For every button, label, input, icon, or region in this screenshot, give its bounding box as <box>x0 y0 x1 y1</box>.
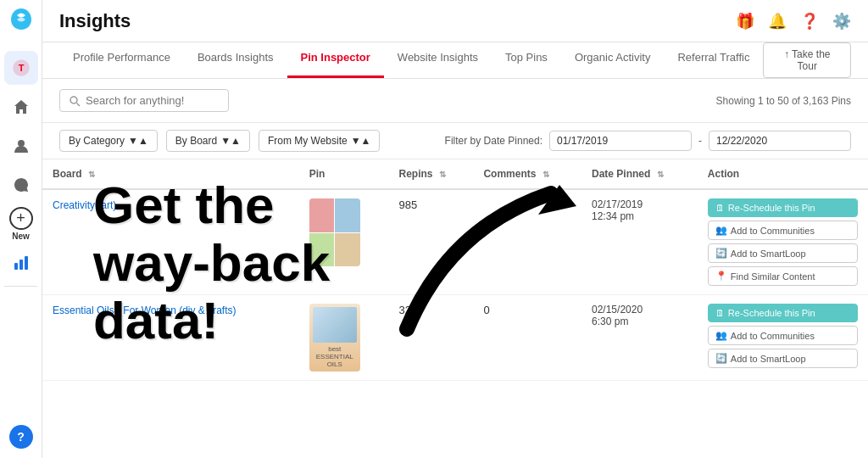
col-header-repins: Repins ⇅ <box>389 159 474 189</box>
category-sort-icon: ▼▲ <box>128 135 148 147</box>
svg-point-6 <box>70 97 77 103</box>
page-header: Insights 🎁 🔔 ❓ ⚙️ <box>42 0 868 42</box>
date-sort-icon[interactable]: ⇅ <box>657 170 664 179</box>
gift-icon[interactable]: 🎁 <box>736 12 754 31</box>
date-filter-area: Filter by Date Pinned: - <box>445 131 851 151</box>
svg-text:T: T <box>18 63 24 73</box>
row2-repins-cell: 322 <box>389 295 474 381</box>
row2-communities-button[interactable]: 👥 Add to Communities <box>708 326 858 345</box>
row2-board-cell: Essential Oils - For Women (diy & crafts… <box>42 295 299 381</box>
tab-boards-insights[interactable]: Boards Insights <box>184 42 287 78</box>
tab-pin-inspector[interactable]: Pin Inspector <box>287 42 384 78</box>
table-row: Essential Oils - For Women (diy & crafts… <box>42 295 868 381</box>
board-sort-icon[interactable]: ⇅ <box>88 170 95 179</box>
settings-icon[interactable]: ⚙️ <box>832 12 851 31</box>
date-separator: - <box>698 135 702 147</box>
date-to-input[interactable] <box>709 131 851 151</box>
tab-profile-performance[interactable]: Profile Performance <box>59 42 184 78</box>
take-tour-button[interactable]: ↑ Take the Tour <box>763 42 851 78</box>
pin-cell-2 <box>335 198 360 232</box>
row2-pin-cell: bestESSENTIALOILS <box>299 295 389 381</box>
svg-rect-5 <box>25 256 28 270</box>
row1-action-cell: 🗓 Re-Schedule this Pin 👥 Add to Communit… <box>698 189 868 295</box>
tab-website-insights[interactable]: Website Insights <box>384 42 492 78</box>
pin-cell-4 <box>335 233 360 267</box>
reschedule-icon: 🗓 <box>715 308 725 318</box>
comments-sort-icon[interactable]: ⇅ <box>542 170 549 179</box>
sidebar-item-insights[interactable] <box>4 246 38 280</box>
repins-sort-icon[interactable]: ⇅ <box>439 170 446 179</box>
header-action-icons: 🎁 🔔 ❓ ⚙️ <box>736 12 851 31</box>
col-header-board: Board ⇅ <box>42 159 299 189</box>
table-row: Creativity (art) 985 02/17/201912:34 pm <box>42 189 868 295</box>
help-icon[interactable]: ❓ <box>800 12 819 31</box>
sidebar-item-tailwind[interactable]: T <box>4 51 38 85</box>
pin-cell-3 <box>309 233 335 267</box>
communities-icon: 👥 <box>715 330 727 341</box>
row1-date-cell: 02/17/201912:34 pm <box>581 189 698 295</box>
pins-table: Board ⇅ Pin Repins ⇅ Comments ⇅ <box>42 159 868 381</box>
find-similar-icon: 📍 <box>715 271 727 282</box>
date-filter-label: Filter by Date Pinned: <box>445 135 542 147</box>
sidebar-item-announcements[interactable] <box>4 168 38 202</box>
search-input[interactable] <box>86 94 220 107</box>
sidebar-item-help[interactable]: ? <box>9 425 33 449</box>
filter-dropdowns: By Category ▼▲ By Board ▼▲ From My Websi… <box>59 130 380 152</box>
pin-cell-1 <box>309 198 335 232</box>
row2-board-link[interactable]: Essential Oils - For Women (diy & crafts… <box>53 304 236 316</box>
row1-comments-cell <box>473 189 581 295</box>
row2-comments-cell: 0 <box>473 295 581 381</box>
row1-pin-cell <box>299 189 389 295</box>
svg-line-7 <box>77 103 81 106</box>
svg-rect-4 <box>19 260 23 270</box>
board-filter-label: By Board <box>175 135 217 147</box>
page-title: Insights <box>59 10 131 32</box>
source-filter-button[interactable]: From My Website ▼▲ <box>259 130 381 152</box>
row2-date-cell: 02/15/20206:30 pm <box>581 295 698 381</box>
new-plus-icon: + <box>9 207 33 230</box>
board-sort-icon: ▼▲ <box>220 135 241 147</box>
source-sort-icon: ▼▲ <box>351 135 371 147</box>
date-from-input[interactable] <box>549 131 692 151</box>
category-filter-button[interactable]: By Category ▼▲ <box>59 130 158 152</box>
search-icon <box>69 95 81 107</box>
board-filter-button[interactable]: By Board ▼▲ <box>166 130 250 152</box>
row2-pin-thumbnail: bestESSENTIALOILS <box>309 304 360 371</box>
col-header-pin: Pin <box>299 159 389 189</box>
row2-action-cell: 🗓 Re-Schedule this Pin 👥 Add to Communit… <box>698 295 868 381</box>
row1-communities-button[interactable]: 👥 Add to Communities <box>708 221 858 240</box>
app-logo[interactable] <box>8 7 34 35</box>
row2-smartloop-button[interactable]: 🔄 Add to SmartLoop <box>708 349 858 368</box>
row1-action-buttons: 🗓 Re-Schedule this Pin 👥 Add to Communit… <box>708 198 858 286</box>
source-filter-label: From My Website <box>268 135 348 147</box>
svg-point-2 <box>18 140 25 147</box>
sidebar-item-home[interactable] <box>4 90 38 124</box>
nav-tabs-bar: Profile Performance Boards Insights Pin … <box>42 42 868 79</box>
row1-pin-thumbnail <box>309 198 360 266</box>
tab-referral-traffic[interactable]: Referral Traffic <box>664 42 763 78</box>
row1-smartloop-button[interactable]: 🔄 Add to SmartLoop <box>708 243 858 263</box>
row2-reschedule-button[interactable]: 🗓 Re-Schedule this Pin <box>708 304 858 322</box>
search-box[interactable] <box>59 89 229 112</box>
pin-thumb-image <box>313 307 357 343</box>
notification-bell-icon[interactable]: 🔔 <box>768 12 787 31</box>
row1-reschedule-button[interactable]: 🗓 Re-Schedule this Pin <box>708 198 858 217</box>
category-filter-label: By Category <box>69 135 125 147</box>
tab-organic-activity[interactable]: Organic Activity <box>561 42 665 78</box>
sidebar-item-profile[interactable] <box>4 129 38 163</box>
smartloop-icon: 🔄 <box>715 353 727 364</box>
table-header-row: Board ⇅ Pin Repins ⇅ Comments ⇅ <box>42 159 868 189</box>
filter-row: By Category ▼▲ By Board ▼▲ From My Websi… <box>42 123 868 159</box>
toolbar-left <box>59 89 229 112</box>
sidebar-item-new[interactable]: + New <box>4 207 38 241</box>
tab-top-pins[interactable]: Top Pins <box>492 42 561 78</box>
row1-repins-cell: 985 <box>389 189 474 295</box>
pins-table-container: Get the way-back data! Board ⇅ Pin <box>42 159 868 458</box>
sidebar-help-area: ? <box>9 422 33 451</box>
row1-board-link[interactable]: Creativity (art) <box>53 199 116 211</box>
reschedule-icon: 🗓 <box>715 203 725 213</box>
row1-similar-content-button[interactable]: 📍 Find Similar Content <box>708 266 858 286</box>
row2-action-buttons: 🗓 Re-Schedule this Pin 👥 Add to Communit… <box>708 304 858 368</box>
smartloop-icon: 🔄 <box>715 248 727 259</box>
new-label: New <box>12 232 30 241</box>
